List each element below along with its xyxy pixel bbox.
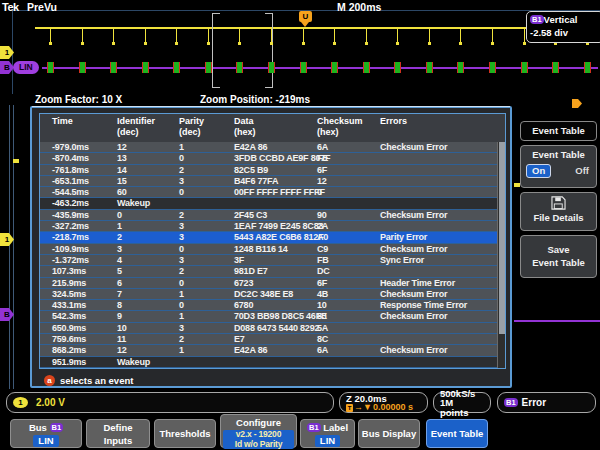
table-row[interactable]: -435.9ms022F45 C390Checksum Error — [40, 210, 505, 221]
footer-hint-text: selects an event — [60, 375, 133, 386]
cell-p: 0 — [179, 187, 184, 198]
cell-e: Checksum Error — [380, 142, 447, 153]
cell-id: 6 — [117, 278, 122, 289]
table-row[interactable]: 951.9msWakeup — [40, 357, 505, 368]
cell-p: 3 — [179, 176, 184, 187]
b1-badge: B1 — [307, 423, 321, 432]
cell-id: 11 — [117, 334, 126, 345]
scrollbar[interactable] — [497, 142, 505, 368]
table-row[interactable]: -1.372ms433FFBSync Error — [40, 255, 505, 266]
ch1-pulse — [492, 28, 493, 44]
event-table-toggle: Event Table On Off — [520, 145, 597, 188]
file-details-button[interactable]: File Details — [520, 192, 597, 231]
ch1-badge: 1 — [13, 397, 28, 408]
cell-d: 981D E7 — [234, 266, 268, 277]
cell-id: 14 — [117, 165, 127, 176]
bus-trigger-readout: B1 Error — [497, 392, 596, 413]
cell-t: 951.9ms — [52, 357, 86, 368]
cell-c: FB — [317, 255, 329, 266]
bus-packet — [173, 62, 180, 73]
cell-id: 3 — [117, 244, 122, 255]
scrollbar-thumb[interactable] — [499, 142, 505, 334]
vertical-value: -2.58 div — [530, 26, 600, 39]
cell-t: 650.9ms — [52, 323, 86, 334]
table-row[interactable]: 107.3ms52981D E7DC — [40, 266, 505, 277]
table-row[interactable]: -327.2ms131EAF 7499 E245 8C832A — [40, 221, 505, 232]
table-row[interactable]: -463.2msWakeup — [40, 198, 505, 209]
table-row[interactable]: 324.5ms71DC2C 348E E84BChecksum Error — [40, 289, 505, 300]
bus-label-pill: LIN — [13, 61, 39, 74]
cell-p: 3 — [179, 255, 184, 266]
define-inputs-button[interactable]: Define Inputs — [86, 419, 150, 448]
ch1-trace — [35, 27, 597, 29]
table-row[interactable]: 542.3ms9170D3 BB98 D8C5 46FE83Checksum E… — [40, 311, 505, 322]
b1-badge: B1 — [504, 398, 518, 407]
cell-c: 12 — [317, 176, 327, 187]
thresholds-button[interactable]: Thresholds — [154, 419, 216, 448]
table-row[interactable]: 759.6ms112E78C — [40, 334, 505, 345]
trigger-position-marker[interactable]: U — [299, 11, 312, 22]
ch1-marker[interactable]: 1 — [0, 46, 14, 59]
table-row[interactable]: 215.9ms6067236FHeader Time Error — [40, 278, 505, 289]
zoom-bus-marker[interactable]: B — [0, 308, 14, 321]
cell-id: Wakeup — [117, 198, 150, 209]
record-length-value: 1M points — [440, 398, 484, 417]
table-row[interactable]: 433.1ms80678010Response Time Error — [40, 300, 505, 311]
zoom-ch1-marker[interactable]: 1 — [0, 233, 14, 246]
save-label-line2: Event Table — [521, 256, 596, 269]
file-details-label: File Details — [521, 212, 596, 223]
table-row[interactable]: 650.9ms103D088 6473 5440 82925A — [40, 323, 505, 334]
cell-id: 13 — [117, 153, 127, 164]
table-row[interactable]: -544.5ms60000FF FFFF FFFF FFFF0 — [40, 187, 505, 198]
zoom-bracket-right[interactable] — [263, 13, 273, 88]
bus-packet — [47, 62, 54, 73]
cell-id: 1 — [117, 221, 122, 232]
overview-waveform[interactable]: U 1 B LIN — [0, 10, 600, 95]
cell-p: 3 — [179, 221, 184, 232]
bus-button[interactable]: Bus B1 LIN — [10, 419, 82, 448]
side-menu-title: Event Table — [520, 121, 597, 141]
cell-p: 1 — [179, 142, 184, 153]
cell-c: 6F — [317, 278, 327, 289]
table-row[interactable]: -870.4ms1303FDB CCBD AE9F 807FFE — [40, 153, 505, 164]
vertical-readout-badge: B1Vertical -2.58 div — [526, 11, 600, 43]
bus-trace — [42, 67, 598, 69]
bus-packet — [552, 62, 559, 73]
save-label-line1: Save — [521, 243, 596, 256]
event-table-button[interactable]: Event Table — [426, 419, 488, 448]
cell-id: Wakeup — [117, 357, 150, 368]
save-event-table-button[interactable]: Save Event Table — [520, 235, 597, 278]
cell-t: 324.5ms — [52, 289, 86, 300]
event-table: TimeIdentifier(dec)Parity(dec)Data(hex)C… — [39, 113, 506, 369]
bus-display-button[interactable]: Bus Display — [358, 419, 420, 448]
ch1-scale-readout: 1 2.00 V — [6, 392, 334, 413]
zoom-bracket-left[interactable] — [212, 13, 222, 88]
table-row[interactable]: -109.9ms301248 B116 14C9Checksum Error — [40, 244, 505, 255]
cell-t: -327.2ms — [52, 221, 89, 232]
cell-t: 542.3ms — [52, 311, 86, 322]
bus-marker[interactable]: B — [0, 61, 14, 74]
toggle-off-button[interactable]: Off — [575, 164, 589, 178]
toggle-on-button[interactable]: On — [526, 164, 551, 178]
table-header: TimeIdentifier(dec)Parity(dec)Data(hex)C… — [40, 114, 505, 143]
cell-c: DC — [317, 266, 330, 277]
ch1-scale-value: 2.00 V — [36, 397, 65, 408]
cell-p: 0 — [179, 244, 184, 255]
table-row[interactable]: -979.0ms121E42A 866AChecksum Error — [40, 142, 505, 153]
cell-id: 10 — [117, 323, 127, 334]
cell-p: 2 — [179, 165, 184, 176]
toggle-label: Event Table — [521, 149, 596, 160]
configure-button[interactable]: Configure v2.x - 19200 Id w/o Parity — [220, 414, 297, 448]
cell-e: Checksum Error — [380, 210, 447, 221]
table-row[interactable]: 868.2ms121E42A 866AChecksum Error — [40, 345, 505, 356]
cell-id: 4 — [117, 255, 122, 266]
cell-p: 2 — [179, 334, 184, 345]
label-button[interactable]: B1 Label LIN — [300, 419, 355, 448]
cell-d: E42A 86 — [234, 142, 267, 153]
cell-t: -435.9ms — [52, 210, 89, 221]
table-row[interactable]: -761.8ms14282C5 B96F — [40, 165, 505, 176]
b1-badge: B1 — [530, 15, 544, 24]
table-row[interactable]: -218.7ms235443 A82E C6B6 812FA0Parity Er… — [40, 232, 505, 243]
table-row[interactable]: -653.1ms153B4F6 77FA12 — [40, 176, 505, 187]
column-header: Errors — [380, 116, 407, 127]
